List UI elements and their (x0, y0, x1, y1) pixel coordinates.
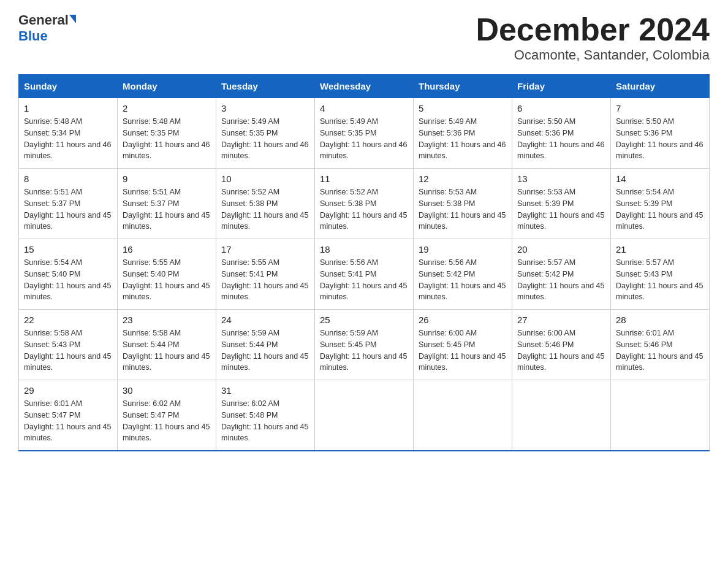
day-info: Sunrise: 6:00 AMSunset: 5:45 PMDaylight:… (419, 327, 507, 373)
column-header-saturday: Saturday (611, 75, 710, 98)
day-info: Sunrise: 5:58 AMSunset: 5:44 PMDaylight:… (123, 327, 211, 373)
day-info: Sunrise: 5:57 AMSunset: 5:43 PMDaylight:… (616, 257, 704, 303)
day-info: Sunrise: 5:50 AMSunset: 5:36 PMDaylight:… (616, 116, 704, 162)
day-number: 13 (517, 174, 605, 184)
column-header-monday: Monday (118, 75, 216, 98)
day-number: 2 (123, 103, 211, 113)
column-header-friday: Friday (512, 75, 611, 98)
column-header-sunday: Sunday (19, 75, 118, 98)
calendar-cell: 11Sunrise: 5:52 AMSunset: 5:38 PMDayligh… (315, 169, 414, 239)
title-block: December 2024 Ocamonte, Santander, Colom… (476, 12, 710, 63)
calendar-cell: 24Sunrise: 5:59 AMSunset: 5:44 PMDayligh… (216, 310, 315, 380)
day-number: 17 (221, 244, 309, 255)
calendar-cell: 19Sunrise: 5:56 AMSunset: 5:42 PMDayligh… (414, 239, 512, 310)
calendar-cell: 30Sunrise: 6:02 AMSunset: 5:47 PMDayligh… (118, 380, 216, 451)
calendar-table: SundayMondayTuesdayWednesdayThursdayFrid… (18, 74, 710, 451)
day-number: 31 (221, 385, 309, 396)
day-number: 8 (24, 174, 112, 184)
day-info: Sunrise: 5:53 AMSunset: 5:39 PMDaylight:… (517, 186, 605, 232)
day-number: 23 (123, 315, 211, 325)
day-number: 18 (320, 244, 408, 255)
calendar-cell: 27Sunrise: 6:00 AMSunset: 5:46 PMDayligh… (512, 310, 611, 380)
calendar-cell: 14Sunrise: 5:54 AMSunset: 5:39 PMDayligh… (611, 169, 710, 239)
day-info: Sunrise: 5:59 AMSunset: 5:45 PMDaylight:… (320, 327, 408, 373)
calendar-cell: 7Sunrise: 5:50 AMSunset: 5:36 PMDaylight… (611, 98, 710, 169)
day-info: Sunrise: 5:49 AMSunset: 5:35 PMDaylight:… (221, 116, 309, 162)
day-number: 9 (123, 174, 211, 184)
calendar-cell: 8Sunrise: 5:51 AMSunset: 5:37 PMDaylight… (19, 169, 118, 239)
calendar-cell: 15Sunrise: 5:54 AMSunset: 5:40 PMDayligh… (19, 239, 118, 310)
day-info: Sunrise: 5:51 AMSunset: 5:37 PMDaylight:… (24, 186, 112, 232)
calendar-week-row: 15Sunrise: 5:54 AMSunset: 5:40 PMDayligh… (19, 239, 710, 310)
calendar-cell: 18Sunrise: 5:56 AMSunset: 5:41 PMDayligh… (315, 239, 414, 310)
calendar-cell: 5Sunrise: 5:49 AMSunset: 5:36 PMDaylight… (414, 98, 512, 169)
calendar-cell: 12Sunrise: 5:53 AMSunset: 5:38 PMDayligh… (414, 169, 512, 239)
day-number: 4 (320, 103, 408, 113)
day-number: 11 (320, 174, 408, 184)
calendar-cell: 28Sunrise: 6:01 AMSunset: 5:46 PMDayligh… (611, 310, 710, 380)
calendar-cell: 17Sunrise: 5:55 AMSunset: 5:41 PMDayligh… (216, 239, 315, 310)
day-info: Sunrise: 5:54 AMSunset: 5:39 PMDaylight:… (616, 186, 704, 232)
calendar-cell: 16Sunrise: 5:55 AMSunset: 5:40 PMDayligh… (118, 239, 216, 310)
calendar-header-row: SundayMondayTuesdayWednesdayThursdayFrid… (19, 75, 710, 98)
calendar-cell: 2Sunrise: 5:48 AMSunset: 5:35 PMDaylight… (118, 98, 216, 169)
page-title: December 2024 (476, 12, 710, 47)
calendar-cell: 25Sunrise: 5:59 AMSunset: 5:45 PMDayligh… (315, 310, 414, 380)
calendar-cell (414, 380, 512, 451)
day-number: 12 (419, 174, 507, 184)
calendar-cell: 1Sunrise: 5:48 AMSunset: 5:34 PMDaylight… (19, 98, 118, 169)
day-info: Sunrise: 6:00 AMSunset: 5:46 PMDaylight:… (517, 327, 605, 373)
logo-blue-text: Blue (18, 28, 48, 44)
calendar-cell: 3Sunrise: 5:49 AMSunset: 5:35 PMDaylight… (216, 98, 315, 169)
day-number: 7 (616, 103, 704, 113)
day-number: 30 (123, 385, 211, 396)
day-number: 10 (221, 174, 309, 184)
day-number: 6 (517, 103, 605, 113)
day-info: Sunrise: 5:56 AMSunset: 5:42 PMDaylight:… (419, 257, 507, 303)
page-subtitle: Ocamonte, Santander, Colombia (476, 47, 710, 63)
calendar-cell (611, 380, 710, 451)
day-number: 29 (24, 385, 112, 396)
calendar-cell: 20Sunrise: 5:57 AMSunset: 5:42 PMDayligh… (512, 239, 611, 310)
calendar-cell: 6Sunrise: 5:50 AMSunset: 5:36 PMDaylight… (512, 98, 611, 169)
day-info: Sunrise: 5:58 AMSunset: 5:43 PMDaylight:… (24, 327, 112, 373)
logo-general-text: General (18, 12, 69, 28)
calendar-cell: 13Sunrise: 5:53 AMSunset: 5:39 PMDayligh… (512, 169, 611, 239)
calendar-cell: 26Sunrise: 6:00 AMSunset: 5:45 PMDayligh… (414, 310, 512, 380)
day-info: Sunrise: 5:53 AMSunset: 5:38 PMDaylight:… (419, 186, 507, 232)
calendar-week-row: 1Sunrise: 5:48 AMSunset: 5:34 PMDaylight… (19, 98, 710, 169)
day-info: Sunrise: 5:57 AMSunset: 5:42 PMDaylight:… (517, 257, 605, 303)
day-info: Sunrise: 5:50 AMSunset: 5:36 PMDaylight:… (517, 116, 605, 162)
day-info: Sunrise: 5:56 AMSunset: 5:41 PMDaylight:… (320, 257, 408, 303)
logo: General Blue (18, 12, 76, 44)
day-number: 24 (221, 315, 309, 325)
calendar-week-row: 22Sunrise: 5:58 AMSunset: 5:43 PMDayligh… (19, 310, 710, 380)
day-info: Sunrise: 5:48 AMSunset: 5:35 PMDaylight:… (123, 116, 211, 162)
calendar-cell: 31Sunrise: 6:02 AMSunset: 5:48 PMDayligh… (216, 380, 315, 451)
page-header: General Blue December 2024 Ocamonte, San… (18, 12, 710, 63)
calendar-cell: 10Sunrise: 5:52 AMSunset: 5:38 PMDayligh… (216, 169, 315, 239)
calendar-week-row: 29Sunrise: 6:01 AMSunset: 5:47 PMDayligh… (19, 380, 710, 451)
day-info: Sunrise: 5:55 AMSunset: 5:41 PMDaylight:… (221, 257, 309, 303)
calendar-cell (315, 380, 414, 451)
day-number: 16 (123, 244, 211, 255)
day-number: 5 (419, 103, 507, 113)
day-number: 15 (24, 244, 112, 255)
day-info: Sunrise: 6:01 AMSunset: 5:46 PMDaylight:… (616, 327, 704, 373)
day-number: 19 (419, 244, 507, 255)
day-info: Sunrise: 5:55 AMSunset: 5:40 PMDaylight:… (123, 257, 211, 303)
day-info: Sunrise: 6:02 AMSunset: 5:47 PMDaylight:… (123, 398, 211, 444)
day-number: 27 (517, 315, 605, 325)
calendar-cell: 9Sunrise: 5:51 AMSunset: 5:37 PMDaylight… (118, 169, 216, 239)
day-info: Sunrise: 5:49 AMSunset: 5:36 PMDaylight:… (419, 116, 507, 162)
day-number: 21 (616, 244, 704, 255)
day-info: Sunrise: 5:48 AMSunset: 5:34 PMDaylight:… (24, 116, 112, 162)
day-info: Sunrise: 5:52 AMSunset: 5:38 PMDaylight:… (221, 186, 309, 232)
day-info: Sunrise: 6:02 AMSunset: 5:48 PMDaylight:… (221, 398, 309, 444)
day-number: 3 (221, 103, 309, 113)
day-info: Sunrise: 6:01 AMSunset: 5:47 PMDaylight:… (24, 398, 112, 444)
column-header-thursday: Thursday (414, 75, 512, 98)
day-info: Sunrise: 5:51 AMSunset: 5:37 PMDaylight:… (123, 186, 211, 232)
column-header-wednesday: Wednesday (315, 75, 414, 98)
day-number: 20 (517, 244, 605, 255)
